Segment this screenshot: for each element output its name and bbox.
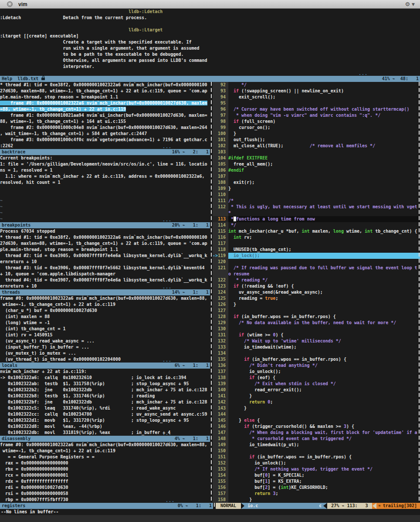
sign-column — [213, 216, 218, 222]
code-segment — [228, 235, 234, 240]
line-number: 100 — [218, 131, 226, 137]
gutter: 94 — [213, 94, 228, 100]
line-number: 110 — [218, 192, 226, 198]
code-text — [228, 350, 420, 356]
code-segment: /* No data available in the buffer, need… — [228, 320, 396, 325]
window-bottom-edge — [0, 515, 420, 522]
code-segment: io_timedwait(wtime); — [228, 345, 297, 349]
line-number: 95 — [218, 100, 226, 106]
sign-column — [213, 112, 218, 119]
gutter: 99 — [213, 125, 228, 131]
source-line-144: 144 — [213, 411, 420, 417]
overflow-dots: ... — [163, 357, 172, 363]
code-text: if (!reading && !eof) { — [228, 283, 420, 289]
disassembly-statusline[interactable]: disassembly 4% ⌁ 1: 1... — [0, 436, 210, 442]
gutter: 101 — [213, 137, 228, 143]
code-text: * functions a long time from now — [228, 216, 420, 222]
source-line-122: 122 * reading */ — [213, 277, 420, 283]
code-segment: wtime, — [344, 229, 365, 234]
source-line-116: 116 int rv; — [213, 234, 420, 241]
chevron-down-icon[interactable]: ▼ — [412, 2, 415, 7]
code-segment — [228, 314, 234, 319]
source-line-147: 147 /* When doing a blocking wait, first… — [213, 430, 420, 436]
code-text: /* Wait up to 'wtime' milliseconds */ — [228, 338, 420, 344]
code-text: io_timedwait(p_ut); — [228, 442, 420, 448]
source-line-151: 151 if (in_buffer.wpos == in_buffer.rpos… — [213, 454, 420, 460]
backtrace-pane[interactable]: * thread #1: tid = 0xe38f2, 0x0000000100… — [0, 82, 210, 149]
line-number: 142 — [218, 399, 226, 405]
code-segment: tb_change_cnt) { — [373, 229, 417, 234]
code-text — [228, 241, 420, 247]
code-segment: true — [265, 296, 275, 301]
code-text: reading = true; — [228, 295, 420, 302]
buffer-line: rax = 0x0000000000000000 — [0, 460, 210, 466]
gutter: 125 — [213, 295, 228, 302]
line-number: 135 — [218, 356, 226, 363]
code-segment: (eof) { — [254, 375, 275, 380]
code-segment: { — [254, 418, 260, 423]
code-segment: } — [228, 406, 247, 410]
window-titlebar[interactable]: ✕ vim ⚙ ▼ — [0, 0, 420, 9]
code-segment: */ — [228, 82, 247, 87]
airline-statusbar[interactable]: NORMAL io.c c 27% ⌁ 113: 3 ☀ trailing[30… — [216, 503, 420, 509]
sign-column — [213, 210, 218, 216]
line-number: 147 — [218, 430, 226, 436]
sign-column — [213, 277, 218, 283]
sign-column — [213, 466, 218, 472]
titlebar-menu[interactable]: ⚙ ▼ — [405, 1, 415, 7]
code-segment — [228, 400, 249, 404]
help-statusline[interactable]: Help lldb.txt 41% ⌁ 48: 1 ... — [0, 76, 420, 82]
threads-pane[interactable]: Process 67034 stopped* thread #1: tid = … — [0, 228, 210, 289]
source-pane[interactable]: 92 */ 93 if (!swapping_screen() || newli… — [213, 82, 420, 503]
breakpoints-pane[interactable]: Current breakpoints:1: file = '/Users/gi… — [0, 155, 210, 222]
command-line[interactable]: --No lines in buffer-- — [0, 509, 420, 515]
source-line-95: 95 — [213, 100, 420, 106]
gutter: 111 — [213, 198, 228, 204]
sign-column — [213, 417, 218, 424]
code-text: } — [228, 497, 420, 503]
gutter: 149 — [213, 442, 228, 448]
code-text: return 0; — [228, 399, 420, 405]
code-segment: (in_buffer.wpos == in_buffer.rpos) { — [249, 357, 346, 362]
registers-pane[interactable]: frame #0: 0x00000001002322a6 nvim`mch_in… — [0, 442, 210, 503]
buffer-line: =88, wtime=-1, tb_change_cnt=1) + 22 at … — [0, 106, 210, 112]
breakpoints-statusline[interactable]: breakpoints20% ⌁ 1: 1... — [0, 222, 210, 228]
line-number: 149 — [218, 442, 226, 448]
code-text: out_flush(); — [228, 137, 420, 143]
source-line-114: 114 */ — [213, 222, 420, 228]
code-text: io_unlock(); — [228, 369, 420, 375]
buffer-line: :2262 — [0, 143, 210, 149]
code-segment: /* If nothing was typed, trigger the eve… — [228, 467, 373, 471]
code-segment — [228, 454, 249, 459]
registers-statusline[interactable]: registers 0% ⌁ 1: 1... — [0, 503, 213, 509]
source-line-119: ->119 io_lock(); — [213, 253, 420, 259]
backtrace-statusline[interactable]: backtrace16% ⌁ 2: 1... — [0, 149, 210, 155]
window-title: vim — [18, 1, 27, 7]
code-segment: reading = — [228, 296, 265, 301]
line-number: 107 — [218, 173, 226, 180]
help-pane[interactable]: lldb-:Ldetach:Ldetach Detach from the cu… — [0, 9, 420, 76]
threads-statusline[interactable]: threads14% ⌁ 1: 1... — [0, 289, 210, 295]
gutter: 127 — [213, 308, 228, 314]
gutter: 151 — [213, 454, 228, 460]
line-number: 102 — [218, 143, 226, 149]
sign-column — [213, 283, 218, 289]
sign-column — [213, 228, 218, 234]
buffer-line: 0x1002322c5: leaq 331740(%rip), %rdi ; r… — [0, 405, 210, 411]
buffer-line: * thread #1: tid = 0xe38f2, 0x0000000100… — [0, 234, 210, 241]
line-number: 96 — [218, 106, 226, 112]
window-close-button[interactable]: ✕ — [7, 1, 13, 7]
source-line-110: 110 — [213, 192, 420, 198]
code-segment: UNUSED(tb_change_cnt); — [228, 247, 291, 252]
locals-statusline[interactable]: locals 6% ⌁ 1: 1... — [0, 363, 210, 369]
line-number: 120 — [218, 259, 226, 265]
source-line-124: 124 uv_async_send(&read_wake_async); — [213, 289, 420, 295]
gear-icon[interactable]: ⚙ — [405, 1, 410, 7]
buffer-line: ple.main-thread, stop reason = breakpoin… — [0, 247, 210, 253]
disassembly-pane[interactable]: nvim`mch_inchar + 22 at io.c:119:-> 0x10… — [0, 369, 210, 436]
locals-pane[interactable]: frame #0: 0x00000001002322a6 nvim`mch_in… — [0, 295, 210, 363]
gutter: 141 — [213, 393, 228, 399]
gutter: 95 — [213, 100, 228, 106]
source-line-128: 128 if (in_buffer.wpos == in_buffer.rpos… — [213, 314, 420, 320]
code-text: * when doing "vim -u vimrc" and vimrc co… — [228, 112, 420, 119]
